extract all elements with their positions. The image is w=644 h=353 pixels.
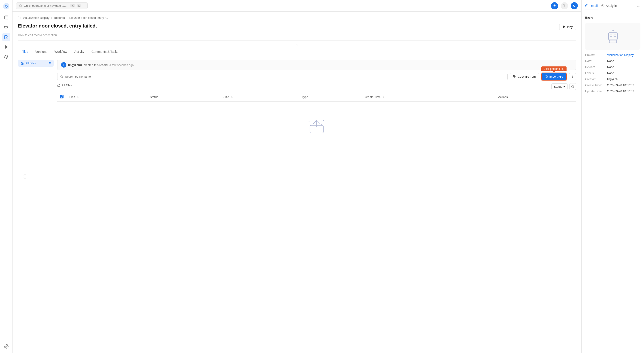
right-panel-content: Basic bbox=[582, 12, 644, 353]
robot-svg bbox=[604, 27, 622, 45]
activity-user: lingyi.chu bbox=[68, 63, 82, 67]
create-time-sort-icon[interactable]: ⇅ bbox=[382, 96, 384, 98]
search-icon bbox=[19, 4, 22, 8]
all-files-label: All Files bbox=[26, 62, 36, 65]
size-sort-icon[interactable]: ⇅ bbox=[231, 96, 232, 98]
basic-section-title: Basic bbox=[585, 16, 640, 19]
activity-time: a few seconds ago bbox=[109, 63, 134, 67]
tab-activity[interactable]: Activity bbox=[71, 48, 88, 56]
copy-icon bbox=[513, 75, 516, 78]
record-title: Elevator door closed, entry failed. bbox=[18, 23, 97, 29]
panel-tab-analytics[interactable]: Analytics bbox=[601, 3, 618, 10]
svg-point-1 bbox=[5, 5, 7, 7]
table-header-type: Type bbox=[299, 93, 362, 102]
tab-workflow[interactable]: Workflow bbox=[51, 48, 71, 56]
import-tooltip: Click [Import File] bbox=[541, 67, 567, 71]
record-description[interactable]: Click to edit record description bbox=[18, 33, 576, 37]
tab-versions[interactable]: Versions bbox=[32, 48, 51, 56]
sidebar-item-layers[interactable] bbox=[2, 53, 10, 61]
svg-rect-2 bbox=[4, 16, 8, 19]
activity-action: created this record bbox=[84, 63, 108, 67]
detail-row: Device:None bbox=[585, 65, 640, 69]
breadcrumb-vis-display[interactable]: Visualization Display bbox=[23, 16, 50, 20]
svg-rect-34 bbox=[610, 35, 612, 37]
sidebar-item-files[interactable] bbox=[2, 14, 10, 22]
svg-point-17 bbox=[60, 75, 62, 77]
detail-row: Creator:lingyi.chu bbox=[585, 77, 640, 81]
svg-marker-5 bbox=[5, 46, 8, 49]
tab-comments[interactable]: Comments & Tasks bbox=[88, 48, 122, 56]
detail-label: Labels: bbox=[585, 71, 605, 75]
home-icon bbox=[20, 62, 24, 65]
activity-avatar: I bbox=[61, 62, 66, 68]
panel-tab-detail[interactable]: Detail bbox=[585, 3, 598, 10]
svg-point-21 bbox=[572, 76, 572, 76]
files-sort-icon[interactable]: ⇅ bbox=[77, 96, 78, 98]
import-btn-label: Import File bbox=[550, 75, 563, 78]
files-sidebar: All Files bbox=[18, 60, 54, 151]
status-row: Status ▾ bbox=[552, 83, 576, 90]
detail-value: lingyi.chu bbox=[607, 77, 619, 81]
play-triangle-icon bbox=[562, 25, 566, 29]
search-box[interactable]: ⌘ K bbox=[16, 3, 88, 9]
col-create-time-label: Create Time bbox=[365, 95, 381, 99]
search-input[interactable] bbox=[24, 4, 69, 8]
sidebar-item-settings[interactable] bbox=[2, 342, 10, 350]
table-header-checkbox bbox=[57, 93, 66, 102]
logo[interactable] bbox=[3, 3, 10, 10]
file-search-input-wrapper[interactable] bbox=[57, 73, 508, 80]
sidebar bbox=[0, 0, 12, 353]
panel-more-button[interactable]: ··· bbox=[637, 4, 640, 9]
more-options-button[interactable] bbox=[569, 73, 576, 80]
detail-value[interactable]: Visualization Display bbox=[607, 53, 634, 57]
detail-icon bbox=[585, 4, 588, 8]
play-button[interactable]: Play bbox=[559, 24, 576, 30]
select-all-checkbox[interactable] bbox=[60, 95, 64, 98]
svg-point-22 bbox=[572, 77, 572, 77]
svg-point-7 bbox=[6, 346, 7, 347]
record-header: Elevator door closed, entry failed. Play bbox=[18, 23, 576, 31]
empty-state: ✦ ✦ ✦ bbox=[57, 102, 576, 151]
sort-icon bbox=[48, 62, 51, 65]
file-search-field[interactable] bbox=[65, 75, 505, 78]
copy-file-button[interactable]: Copy file from bbox=[510, 73, 539, 80]
refresh-button[interactable] bbox=[569, 83, 576, 90]
sidebar-item-play[interactable] bbox=[2, 43, 10, 51]
all-files-sidebar-item[interactable]: All Files bbox=[18, 60, 54, 67]
detail-label: Project: bbox=[585, 53, 605, 57]
svg-marker-10 bbox=[563, 26, 565, 28]
status-select[interactable]: Status ▾ bbox=[552, 84, 568, 90]
sidebar-item-tasks[interactable] bbox=[2, 33, 10, 41]
user-avatar[interactable]: U bbox=[571, 2, 578, 10]
refresh-icon bbox=[571, 85, 574, 88]
logo-icon bbox=[3, 3, 10, 10]
robot-image bbox=[585, 23, 640, 50]
tabs: Files Versions Workflow Activity Comment… bbox=[18, 48, 576, 56]
collapse-button[interactable] bbox=[18, 42, 576, 48]
svg-text:✦: ✦ bbox=[322, 119, 324, 122]
add-button[interactable]: + bbox=[551, 2, 558, 10]
breadcrumb: Visualization Display › Records › Elevat… bbox=[18, 16, 576, 20]
detail-label: Create Time: bbox=[585, 84, 605, 87]
detail-row: Update Time:2023-09-26 10:50:52 bbox=[585, 90, 640, 93]
svg-point-23 bbox=[572, 77, 572, 78]
kbd-k: K bbox=[77, 4, 81, 8]
more-icon bbox=[571, 75, 574, 78]
chevron-up-icon bbox=[295, 43, 299, 47]
status-label: Status bbox=[554, 85, 562, 88]
breadcrumb-records[interactable]: Records bbox=[54, 16, 64, 20]
sidebar-item-video[interactable] bbox=[2, 23, 10, 31]
empty-icon-container: ✦ ✦ ✦ bbox=[306, 115, 328, 137]
files-table: Files ⇅ Status Size ⇅ Type C bbox=[57, 93, 576, 102]
import-file-button[interactable]: Import File bbox=[541, 73, 567, 81]
sidebar-expand-button[interactable]: › bbox=[23, 174, 27, 179]
tab-files[interactable]: Files bbox=[18, 48, 32, 56]
file-search-icon bbox=[60, 75, 63, 78]
svg-point-32 bbox=[602, 5, 603, 6]
detail-value: None bbox=[607, 71, 614, 75]
layers-icon bbox=[4, 55, 8, 59]
help-button[interactable]: ? bbox=[561, 2, 568, 10]
detail-label: Creator: bbox=[585, 77, 605, 81]
files-main: I lingyi.chu created this record a few s… bbox=[57, 60, 576, 151]
page-content: Visualization Display › Records › Elevat… bbox=[12, 12, 582, 353]
